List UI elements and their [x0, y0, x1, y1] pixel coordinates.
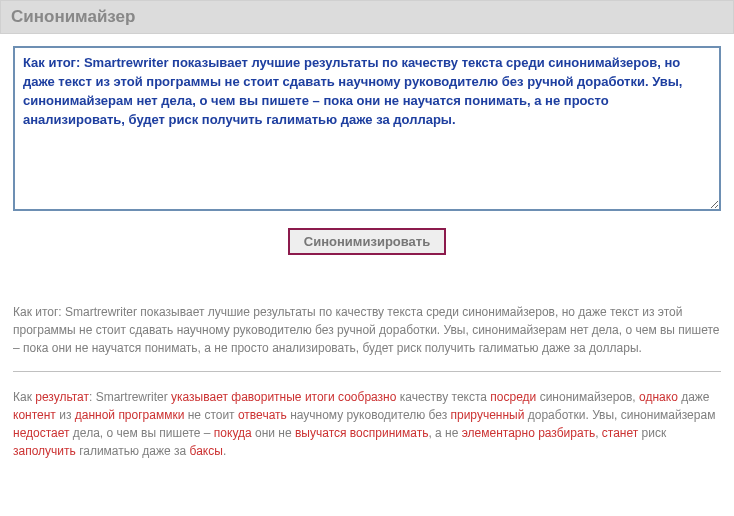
- unchanged-text: : Smartrewriter: [89, 390, 171, 404]
- changed-word: заполучить: [13, 444, 76, 458]
- unchanged-text: ,: [595, 426, 602, 440]
- changed-word: недостает: [13, 426, 70, 440]
- unchanged-text: доработки. Увы, синонимайзерам: [524, 408, 715, 422]
- changed-word: контент: [13, 408, 56, 422]
- changed-word: воспринимать: [350, 426, 429, 440]
- source-text-input[interactable]: [13, 46, 721, 211]
- rewritten-output: Как результат: Smartrewriter указывает ф…: [13, 388, 721, 468]
- changed-word: выучатся: [295, 426, 347, 440]
- main-content: Синонимизировать Как итог: Smartrewriter…: [0, 34, 734, 476]
- unchanged-text: галиматью даже за: [76, 444, 190, 458]
- divider: [13, 371, 721, 372]
- changed-word: элементарно: [462, 426, 535, 440]
- changed-word: итоги: [305, 390, 335, 404]
- changed-word: прирученный: [450, 408, 524, 422]
- changed-word: фаворитные: [231, 390, 301, 404]
- unchanged-text: Как: [13, 390, 35, 404]
- changed-word: отвечать: [238, 408, 287, 422]
- unchanged-text: , а не: [428, 426, 461, 440]
- unchanged-text: даже: [678, 390, 710, 404]
- synonymize-button[interactable]: Синонимизировать: [288, 228, 446, 255]
- unchanged-text: синонимайзеров,: [536, 390, 639, 404]
- unchanged-text: не стоит: [184, 408, 238, 422]
- unchanged-text: качеству текста: [396, 390, 490, 404]
- changed-word: однако: [639, 390, 678, 404]
- unchanged-text: .: [223, 444, 226, 458]
- changed-word: покуда: [214, 426, 252, 440]
- unchanged-text: научному руководителю без: [287, 408, 451, 422]
- unchanged-text: дела, о чем вы пишете –: [70, 426, 214, 440]
- page-title: Синонимайзер: [11, 7, 135, 26]
- changed-word: программки: [118, 408, 184, 422]
- page-title-bar: Синонимайзер: [0, 0, 734, 34]
- changed-word: баксы: [190, 444, 223, 458]
- button-row: Синонимизировать: [13, 228, 721, 255]
- changed-word: результат: [35, 390, 89, 404]
- changed-word: посреди: [490, 390, 536, 404]
- changed-word: указывает: [171, 390, 228, 404]
- changed-word: станет: [602, 426, 638, 440]
- original-output: Как итог: Smartrewriter показывает лучши…: [13, 303, 721, 371]
- changed-word: разбирать: [538, 426, 595, 440]
- unchanged-text: из: [56, 408, 75, 422]
- unchanged-text: риск: [638, 426, 666, 440]
- changed-word: данной: [75, 408, 115, 422]
- changed-word: сообразно: [338, 390, 396, 404]
- unchanged-text: они не: [252, 426, 295, 440]
